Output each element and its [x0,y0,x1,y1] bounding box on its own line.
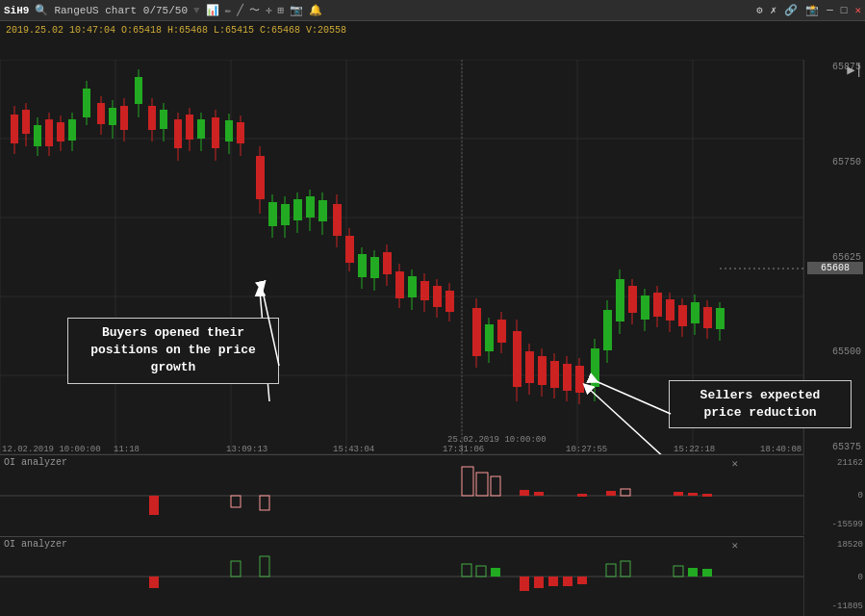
svg-rect-91 [497,320,506,343]
svg-rect-119 [678,305,687,326]
svg-rect-107 [603,310,612,350]
svg-rect-144 [260,496,269,510]
title-bar: SiH9 🔍 RangeUS chart 0/75/50 ▼ 📊 ✏ ╱ 〜 ✛… [0,0,865,21]
svg-rect-159 [520,577,529,591]
buyers-annotation-text: Buyers opened their positions on the pri… [90,325,256,374]
svg-text:11:18: 11:18 [114,445,140,454]
info-bar: 2019.25.02 10:47:04 O:65418 H:65468 L:65… [0,21,865,38]
oi-panel-1: OI analyzer ✕ [0,454,803,535]
template-icon[interactable]: ⊞ [278,4,285,16]
svg-rect-63 [306,196,315,218]
svg-rect-29 [83,89,90,117]
svg-rect-139 [462,467,473,496]
title-bar-left: SiH9 🔍 RangeUS chart 0/75/50 ▼ 📊 ✏ ╱ 〜 ✛… [4,3,322,17]
svg-rect-148 [606,491,616,496]
svg-rect-115 [653,293,662,317]
svg-rect-45 [186,115,193,140]
oi-panel-1-axis: 21162 0 -15599 [803,454,865,535]
svg-rect-155 [260,556,269,577]
oi-p1-val1: 21162 [837,458,863,468]
svg-rect-37 [135,77,142,104]
camera-icon[interactable]: 📸 [805,4,819,16]
cross-icon[interactable]: ✗ [771,4,777,16]
svg-rect-77 [395,271,404,298]
svg-rect-31 [97,103,105,124]
svg-rect-81 [420,281,429,300]
svg-rect-69 [345,236,354,263]
chart-container: SiH9 🔍 RangeUS chart 0/75/50 ▼ 📊 ✏ ╱ 〜 ✛… [0,0,865,616]
line-icon[interactable]: ╱ [237,4,243,16]
minimize-icon[interactable]: ─ [827,5,833,16]
oi-panel-2-chart [0,537,803,616]
svg-rect-19 [22,110,30,134]
price-label-65625: 65625 [806,252,863,263]
svg-rect-75 [383,252,392,274]
svg-rect-83 [433,286,442,307]
svg-rect-166 [674,566,683,577]
svg-rect-168 [702,569,712,577]
candlestick-icon[interactable]: 📊 [206,4,219,16]
svg-rect-49 [212,117,219,148]
svg-rect-97 [538,356,547,385]
svg-rect-160 [534,577,544,588]
svg-rect-105 [591,348,599,387]
draw-icon[interactable]: ✏ [225,4,232,16]
svg-rect-163 [577,577,587,584]
svg-rect-147 [577,494,587,497]
oi-panel-2-axis: 18520 0 -11805 [803,536,865,616]
snapshot-icon[interactable]: 📷 [290,4,303,16]
svg-rect-23 [45,119,53,146]
current-price-badge: 65608 [807,262,863,274]
svg-rect-99 [550,361,559,388]
svg-rect-21 [34,125,41,146]
svg-rect-93 [513,331,522,387]
crosshair-icon[interactable]: ✛ [266,4,272,16]
svg-text:15:22:18: 15:22:18 [674,445,715,454]
alert-icon[interactable]: 🔔 [309,4,322,16]
oi-panel-1-close[interactable]: ✕ [731,457,738,470]
svg-rect-164 [606,564,616,577]
svg-rect-151 [688,493,698,496]
svg-rect-35 [120,106,128,130]
oi-panel-2-close[interactable]: ✕ [731,539,738,552]
title-bar-right: ⚙ ✗ 🔗 📸 ─ □ ✕ [756,4,861,16]
svg-rect-156 [462,564,471,577]
tb-sep1: ▼ [193,5,200,16]
svg-rect-111 [628,286,637,313]
svg-rect-55 [256,156,265,199]
oi-p2-val2: 0 [858,573,863,582]
ohlcv-info: 2019.25.02 10:47:04 O:65418 H:65468 L:65… [6,25,346,36]
search-icon[interactable]: 🔍 [35,4,48,16]
svg-rect-79 [408,276,417,297]
oi-p2-val3: -11805 [832,602,863,611]
indicator-icon[interactable]: 〜 [249,3,260,17]
price-label-65375: 65375 [806,442,863,452]
scroll-right-icon[interactable]: ▶| [847,62,863,78]
svg-text:15:43:04: 15:43:04 [333,445,374,454]
svg-text:18:40:08: 18:40:08 [760,445,801,454]
svg-text:25.02.2019 10:00:00: 25.02.2019 10:00:00 [447,435,547,445]
svg-rect-142 [149,496,159,515]
svg-rect-85 [445,291,454,312]
svg-rect-59 [281,204,290,225]
svg-rect-33 [109,108,116,125]
link-icon[interactable]: 🔗 [784,4,798,16]
oi-p1-val3: -15599 [832,520,863,529]
settings-icon[interactable]: ⚙ [756,4,763,16]
svg-rect-145 [520,490,529,496]
svg-rect-113 [641,295,649,320]
svg-rect-25 [57,122,64,141]
svg-rect-125 [716,308,725,329]
sellers-annotation: Sellers expected price reduction [669,380,852,428]
svg-rect-117 [666,299,674,321]
maximize-icon[interactable]: □ [841,5,848,16]
svg-rect-67 [333,204,342,236]
svg-rect-121 [691,302,700,323]
svg-rect-17 [11,115,18,143]
svg-rect-146 [534,492,544,496]
svg-rect-150 [674,492,683,496]
close-icon[interactable]: ✕ [854,4,861,16]
svg-rect-165 [621,561,630,577]
svg-rect-65 [318,200,327,221]
svg-rect-169 [149,577,159,588]
